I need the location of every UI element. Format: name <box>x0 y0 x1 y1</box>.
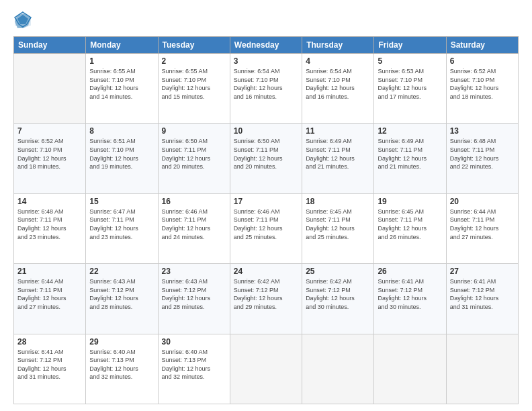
day-number: 5 <box>378 56 442 66</box>
calendar-day-header-saturday: Saturday <box>446 37 518 54</box>
day-info: Sunrise: 6:54 AM Sunset: 7:10 PM Dayligh… <box>306 67 370 101</box>
calendar-day-header-friday: Friday <box>374 37 446 54</box>
calendar-day-cell: 11Sunrise: 6:49 AM Sunset: 7:11 PM Dayli… <box>302 124 374 193</box>
day-info: Sunrise: 6:43 AM Sunset: 7:12 PM Dayligh… <box>162 277 226 311</box>
day-number: 2 <box>162 56 226 66</box>
day-number: 6 <box>450 56 515 66</box>
day-number: 28 <box>17 337 82 347</box>
calendar-day-header-thursday: Thursday <box>302 37 374 54</box>
calendar-body: 1Sunrise: 6:55 AM Sunset: 7:10 PM Daylig… <box>14 54 519 404</box>
calendar-day-header-sunday: Sunday <box>14 37 86 54</box>
day-number: 9 <box>162 126 226 136</box>
day-number: 20 <box>450 197 515 206</box>
day-info: Sunrise: 6:46 AM Sunset: 7:11 PM Dayligh… <box>234 208 298 241</box>
calendar-day-cell: 14Sunrise: 6:48 AM Sunset: 7:11 PM Dayli… <box>14 193 86 263</box>
day-info: Sunrise: 6:48 AM Sunset: 7:11 PM Dayligh… <box>17 208 82 241</box>
calendar-day-cell: 21Sunrise: 6:44 AM Sunset: 7:11 PM Dayli… <box>14 264 86 334</box>
calendar-day-cell: 10Sunrise: 6:50 AM Sunset: 7:11 PM Dayli… <box>230 124 302 193</box>
calendar-day-cell <box>446 334 518 404</box>
day-number: 3 <box>234 56 298 66</box>
page: SundayMondayTuesdayWednesdayThursdayFrid… <box>0 0 532 411</box>
day-number: 11 <box>306 126 370 136</box>
header <box>13 11 519 30</box>
day-info: Sunrise: 6:49 AM Sunset: 7:11 PM Dayligh… <box>306 137 370 171</box>
calendar-day-cell: 13Sunrise: 6:48 AM Sunset: 7:11 PM Dayli… <box>446 124 518 193</box>
day-number: 17 <box>234 197 298 206</box>
calendar-day-cell: 30Sunrise: 6:40 AM Sunset: 7:13 PM Dayli… <box>158 334 230 404</box>
day-info: Sunrise: 6:44 AM Sunset: 7:11 PM Dayligh… <box>17 277 82 311</box>
calendar-day-cell: 7Sunrise: 6:52 AM Sunset: 7:10 PM Daylig… <box>14 124 86 193</box>
logo <box>13 11 35 30</box>
day-info: Sunrise: 6:40 AM Sunset: 7:13 PM Dayligh… <box>89 348 154 381</box>
calendar-day-cell: 27Sunrise: 6:41 AM Sunset: 7:12 PM Dayli… <box>446 264 518 334</box>
calendar-day-cell: 18Sunrise: 6:45 AM Sunset: 7:11 PM Dayli… <box>302 193 374 263</box>
calendar-header-row: SundayMondayTuesdayWednesdayThursdayFrid… <box>14 37 519 54</box>
calendar-day-cell: 17Sunrise: 6:46 AM Sunset: 7:11 PM Dayli… <box>230 193 302 263</box>
day-info: Sunrise: 6:44 AM Sunset: 7:11 PM Dayligh… <box>450 208 515 241</box>
day-number: 14 <box>17 197 82 206</box>
calendar-day-cell <box>374 334 446 404</box>
day-number: 26 <box>378 267 442 276</box>
calendar-day-cell: 5Sunrise: 6:53 AM Sunset: 7:10 PM Daylig… <box>374 54 446 124</box>
day-number: 4 <box>306 56 370 66</box>
day-number: 7 <box>17 126 82 136</box>
calendar-day-cell: 19Sunrise: 6:45 AM Sunset: 7:11 PM Dayli… <box>374 193 446 263</box>
calendar-day-cell: 28Sunrise: 6:41 AM Sunset: 7:12 PM Dayli… <box>14 334 86 404</box>
day-info: Sunrise: 6:48 AM Sunset: 7:11 PM Dayligh… <box>450 137 515 171</box>
day-info: Sunrise: 6:46 AM Sunset: 7:11 PM Dayligh… <box>162 208 226 241</box>
calendar-table: SundayMondayTuesdayWednesdayThursdayFrid… <box>13 36 519 404</box>
day-number: 22 <box>89 267 154 276</box>
day-info: Sunrise: 6:45 AM Sunset: 7:11 PM Dayligh… <box>306 208 370 241</box>
day-info: Sunrise: 6:42 AM Sunset: 7:12 PM Dayligh… <box>306 277 370 311</box>
calendar-week-row: 14Sunrise: 6:48 AM Sunset: 7:11 PM Dayli… <box>14 193 519 263</box>
day-number: 21 <box>17 267 82 276</box>
calendar-day-cell: 3Sunrise: 6:54 AM Sunset: 7:10 PM Daylig… <box>230 54 302 124</box>
calendar-day-cell: 23Sunrise: 6:43 AM Sunset: 7:12 PM Dayli… <box>158 264 230 334</box>
day-info: Sunrise: 6:41 AM Sunset: 7:12 PM Dayligh… <box>378 277 442 311</box>
day-number: 25 <box>306 267 370 276</box>
calendar-day-cell: 16Sunrise: 6:46 AM Sunset: 7:11 PM Dayli… <box>158 193 230 263</box>
day-number: 23 <box>162 267 226 276</box>
calendar-day-header-tuesday: Tuesday <box>158 37 230 54</box>
day-info: Sunrise: 6:50 AM Sunset: 7:11 PM Dayligh… <box>234 137 298 171</box>
day-number: 29 <box>89 337 154 347</box>
calendar-week-row: 28Sunrise: 6:41 AM Sunset: 7:12 PM Dayli… <box>14 334 519 404</box>
day-info: Sunrise: 6:49 AM Sunset: 7:11 PM Dayligh… <box>378 137 442 171</box>
day-number: 8 <box>89 126 154 136</box>
day-info: Sunrise: 6:42 AM Sunset: 7:12 PM Dayligh… <box>234 277 298 311</box>
calendar-day-header-monday: Monday <box>86 37 158 54</box>
day-info: Sunrise: 6:52 AM Sunset: 7:10 PM Dayligh… <box>17 137 82 171</box>
day-number: 15 <box>89 197 154 206</box>
day-number: 19 <box>378 197 442 206</box>
calendar-day-cell: 29Sunrise: 6:40 AM Sunset: 7:13 PM Dayli… <box>86 334 158 404</box>
day-number: 12 <box>378 126 442 136</box>
day-info: Sunrise: 6:54 AM Sunset: 7:10 PM Dayligh… <box>234 67 298 101</box>
day-info: Sunrise: 6:41 AM Sunset: 7:12 PM Dayligh… <box>17 348 82 381</box>
day-number: 18 <box>306 197 370 206</box>
calendar-day-cell: 6Sunrise: 6:52 AM Sunset: 7:10 PM Daylig… <box>446 54 518 124</box>
calendar-day-cell: 15Sunrise: 6:47 AM Sunset: 7:11 PM Dayli… <box>86 193 158 263</box>
calendar-week-row: 21Sunrise: 6:44 AM Sunset: 7:11 PM Dayli… <box>14 264 519 334</box>
calendar-day-cell: 25Sunrise: 6:42 AM Sunset: 7:12 PM Dayli… <box>302 264 374 334</box>
calendar-header: SundayMondayTuesdayWednesdayThursdayFrid… <box>14 37 519 54</box>
day-number: 16 <box>162 197 226 206</box>
day-number: 27 <box>450 267 515 276</box>
calendar-day-cell <box>14 54 86 124</box>
calendar-week-row: 1Sunrise: 6:55 AM Sunset: 7:10 PM Daylig… <box>14 54 519 124</box>
calendar-day-cell: 26Sunrise: 6:41 AM Sunset: 7:12 PM Dayli… <box>374 264 446 334</box>
day-info: Sunrise: 6:53 AM Sunset: 7:10 PM Dayligh… <box>378 67 442 101</box>
day-number: 30 <box>162 337 226 347</box>
day-info: Sunrise: 6:43 AM Sunset: 7:12 PM Dayligh… <box>89 277 154 311</box>
calendar-day-cell: 20Sunrise: 6:44 AM Sunset: 7:11 PM Dayli… <box>446 193 518 263</box>
calendar-day-cell: 4Sunrise: 6:54 AM Sunset: 7:10 PM Daylig… <box>302 54 374 124</box>
day-number: 13 <box>450 126 515 136</box>
calendar-day-cell <box>230 334 302 404</box>
calendar-day-cell: 22Sunrise: 6:43 AM Sunset: 7:12 PM Dayli… <box>86 264 158 334</box>
day-info: Sunrise: 6:41 AM Sunset: 7:12 PM Dayligh… <box>450 277 515 311</box>
calendar-day-cell: 24Sunrise: 6:42 AM Sunset: 7:12 PM Dayli… <box>230 264 302 334</box>
day-info: Sunrise: 6:47 AM Sunset: 7:11 PM Dayligh… <box>89 208 154 241</box>
logo-icon <box>13 11 32 30</box>
day-info: Sunrise: 6:50 AM Sunset: 7:11 PM Dayligh… <box>162 137 226 171</box>
calendar-day-cell <box>302 334 374 404</box>
calendar-week-row: 7Sunrise: 6:52 AM Sunset: 7:10 PM Daylig… <box>14 124 519 193</box>
